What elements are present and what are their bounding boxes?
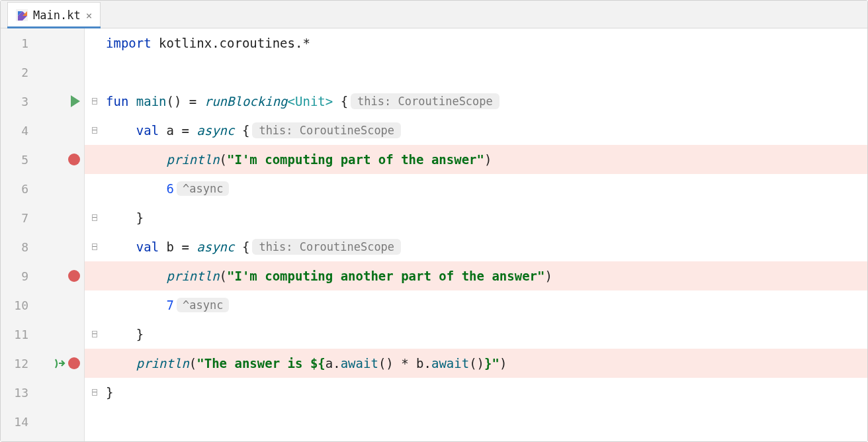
line-number: 6 bbox=[1, 182, 32, 196]
code-text: b = bbox=[159, 240, 196, 254]
code-line[interactable]: } bbox=[85, 378, 867, 407]
file-tab-label: Main.kt bbox=[33, 9, 81, 22]
breakpoint-icon[interactable] bbox=[68, 154, 80, 165]
file-tab-main[interactable]: Main.kt × bbox=[7, 2, 101, 28]
method-call: await bbox=[341, 356, 378, 371]
line-number: 2 bbox=[1, 66, 32, 79]
gutter-row: 6 bbox=[1, 174, 84, 203]
method-call: await bbox=[431, 356, 469, 371]
line-number: 12 bbox=[1, 357, 32, 371]
suspend-call-icon bbox=[54, 357, 65, 369]
code-line[interactable]: 7 ^async bbox=[85, 290, 867, 320]
line-number: 1 bbox=[1, 36, 32, 50]
gutter-row: 2 bbox=[1, 58, 84, 87]
gutter[interactable]: 1 2 3 4 5 6 7 8 9 10 11 12 bbox=[1, 28, 85, 441]
line-number: 11 bbox=[1, 328, 32, 341]
tab-bar: Main.kt × bbox=[1, 1, 867, 28]
fold-end-icon[interactable] bbox=[90, 330, 98, 338]
inlay-hint: ^async bbox=[177, 298, 229, 312]
gutter-row: 9 bbox=[1, 261, 84, 290]
inlay-hint: this: CoroutineScope bbox=[351, 93, 499, 109]
code-line[interactable]: 6 ^async bbox=[85, 174, 867, 203]
code-line[interactable] bbox=[85, 407, 867, 436]
code-line[interactable]: println("The answer is ${a.await() * b.a… bbox=[85, 349, 867, 378]
code-text: a = bbox=[159, 123, 196, 138]
fold-toggle-icon[interactable] bbox=[90, 126, 98, 134]
code-text: { bbox=[333, 94, 348, 109]
fold-toggle-icon[interactable] bbox=[90, 97, 98, 105]
function-call: runBlocking bbox=[204, 94, 288, 109]
inlay-hint: ^async bbox=[177, 181, 229, 196]
run-gutter-icon[interactable] bbox=[71, 95, 80, 107]
gutter-row: 4 bbox=[1, 116, 84, 145]
expression: () * b. bbox=[378, 356, 431, 371]
template-open: ${ bbox=[310, 356, 326, 371]
code-text: } bbox=[136, 327, 144, 341]
line-number: 7 bbox=[1, 211, 32, 225]
breakpoint-icon[interactable] bbox=[68, 357, 80, 369]
gutter-row: 5 bbox=[1, 145, 84, 174]
line-number: 3 bbox=[1, 95, 32, 109]
code-line[interactable]: println("I'm computing another part of t… bbox=[85, 261, 867, 290]
line-number: 14 bbox=[1, 415, 32, 429]
line-number: 5 bbox=[1, 153, 32, 167]
expression: () bbox=[469, 356, 484, 371]
code-line[interactable]: } bbox=[85, 203, 867, 232]
line-number: 10 bbox=[1, 298, 32, 312]
generic-type: <Unit> bbox=[288, 94, 333, 109]
string-literal: "The answer is bbox=[196, 356, 310, 371]
code-line[interactable]: fun main() = runBlocking<Unit> { this: C… bbox=[85, 87, 867, 116]
gutter-row: 12 bbox=[1, 349, 84, 378]
gutter-row: 10 bbox=[1, 290, 84, 320]
breakpoint-icon[interactable] bbox=[68, 270, 80, 282]
function-call: println bbox=[167, 152, 220, 167]
gutter-row: 3 bbox=[1, 87, 84, 116]
string-literal: "I'm computing another part of the answe… bbox=[227, 269, 544, 283]
kotlin-file-icon bbox=[16, 9, 28, 21]
number-literal: 7 bbox=[167, 298, 174, 312]
fold-end-icon[interactable] bbox=[90, 388, 98, 396]
function-name: main bbox=[128, 94, 166, 109]
code-line[interactable] bbox=[85, 58, 867, 87]
inlay-hint: this: CoroutineScope bbox=[252, 122, 401, 138]
gutter-row: 14 bbox=[1, 407, 84, 436]
code-text: } bbox=[106, 385, 113, 400]
line-number: 4 bbox=[1, 124, 32, 138]
fold-end-icon[interactable] bbox=[90, 214, 98, 222]
gutter-row: 13 bbox=[1, 378, 84, 407]
template-close: } bbox=[484, 356, 492, 371]
expression: a. bbox=[326, 356, 341, 371]
code-line[interactable]: val a = async { this: CoroutineScope bbox=[85, 116, 867, 145]
string-literal: "I'm computing part of the answer" bbox=[227, 152, 484, 167]
editor-body: 1 2 3 4 5 6 7 8 9 10 11 12 bbox=[1, 28, 867, 441]
close-tab-icon[interactable]: × bbox=[86, 9, 93, 22]
function-call: println bbox=[136, 356, 189, 371]
line-number: 13 bbox=[1, 386, 32, 400]
function-call: async bbox=[196, 123, 234, 138]
code-line[interactable]: println("I'm computing part of the answe… bbox=[85, 145, 867, 174]
gutter-row: 11 bbox=[1, 320, 84, 349]
code-text: { bbox=[235, 123, 250, 138]
number-literal: 6 bbox=[167, 181, 174, 196]
code-text: () = bbox=[167, 94, 204, 109]
gutter-row: 7 bbox=[1, 203, 84, 232]
function-call: println bbox=[167, 269, 220, 283]
code-line[interactable]: } bbox=[85, 320, 867, 349]
editor-frame: Main.kt × 1 2 3 4 5 6 7 8 9 10 bbox=[0, 0, 868, 442]
string-literal: " bbox=[492, 356, 499, 371]
code-text: } bbox=[136, 210, 144, 225]
gutter-row: 1 bbox=[1, 28, 84, 58]
keyword: val bbox=[136, 123, 159, 138]
code-line[interactable]: import kotlinx.coroutines.* bbox=[85, 28, 867, 58]
fold-toggle-icon[interactable] bbox=[90, 243, 98, 251]
keyword: fun bbox=[106, 94, 128, 109]
code-area[interactable]: import kotlinx.coroutines.* fun main() =… bbox=[85, 28, 867, 441]
line-number: 8 bbox=[1, 240, 32, 254]
keyword: import bbox=[106, 36, 152, 50]
function-call: async bbox=[196, 240, 234, 254]
gutter-row: 8 bbox=[1, 232, 84, 261]
line-number: 9 bbox=[1, 269, 32, 283]
code-text: kotlinx.coroutines.* bbox=[152, 36, 310, 50]
code-line[interactable]: val b = async { this: CoroutineScope bbox=[85, 232, 867, 261]
inlay-hint: this: CoroutineScope bbox=[252, 239, 401, 255]
